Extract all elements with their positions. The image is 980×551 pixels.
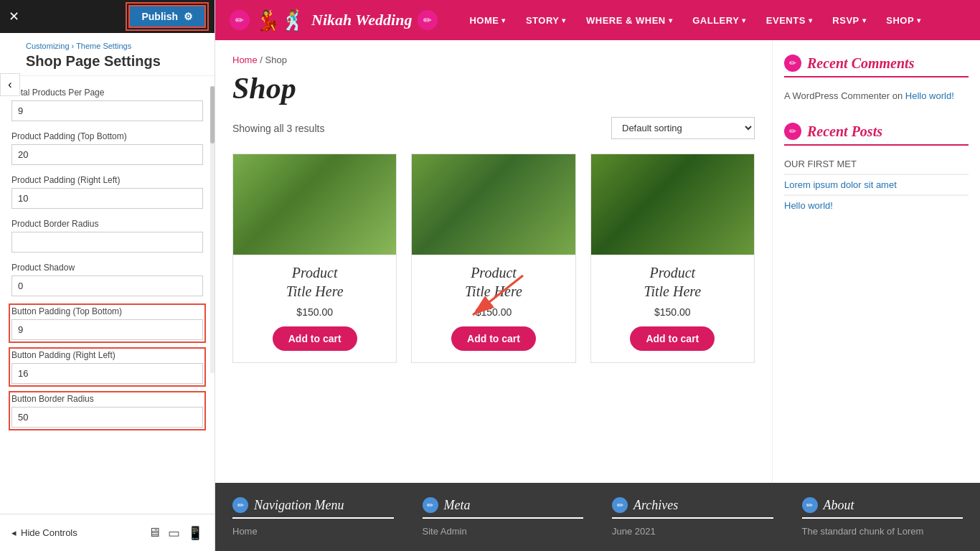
breadcrumb: Customizing › Theme Settings: [26, 42, 203, 50]
field-input-0[interactable]: [11, 100, 203, 121]
footer-divider-1: [423, 517, 584, 519]
footer-link-0-0[interactable]: Home: [232, 526, 394, 537]
sidebar-pencil-posts-icon[interactable]: ✏: [784, 123, 801, 140]
desktop-icon[interactable]: 🖥: [148, 525, 161, 541]
recent-posts-header: ✏ Recent Posts: [784, 123, 969, 140]
product-img-2: [591, 154, 754, 255]
footer-col-1: ✏ Meta Site Admin: [423, 497, 584, 540]
footer-link-2-0[interactable]: June 2021: [612, 526, 773, 537]
nav-label-0: HOME: [469, 15, 499, 26]
nav-item-home[interactable]: HOME▾: [459, 0, 516, 40]
breadcrumb-customizing: Customizing: [26, 42, 70, 50]
shop-heading: Shop: [232, 71, 755, 105]
nav-logo-pencil-icon[interactable]: ✏: [230, 10, 250, 30]
nav-item-rsvp[interactable]: RSVP▾: [822, 0, 876, 40]
close-button[interactable]: ✕: [9, 9, 19, 24]
footer-col-header-2: ✏ Archives: [612, 497, 773, 513]
nav-arrow-0: ▾: [501, 17, 506, 24]
back-button[interactable]: ‹: [0, 73, 20, 96]
nav-label-4: EVENTS: [766, 15, 806, 26]
products-grid: ProductTitle Here $150.00 Add to cart Pr…: [232, 154, 755, 363]
nav-item-where-&-when[interactable]: WHERE & WHEN▾: [576, 0, 682, 40]
nav-label-5: RSVP: [832, 15, 859, 26]
field-group-6: Button Padding (Right Left): [11, 350, 203, 384]
footer-col-header-3: ✏ About: [802, 497, 963, 513]
add-to-cart-btn-0[interactable]: Add to cart: [273, 326, 357, 351]
sidebar-comments-divider: [784, 76, 969, 77]
field-input-1[interactable]: [11, 144, 203, 165]
footer: ✏ Navigation Menu Home ✏ Meta Site Admin…: [215, 483, 980, 551]
add-to-cart-btn-1[interactable]: Add to cart: [451, 326, 536, 351]
nav-label-2: WHERE & WHEN: [586, 15, 666, 26]
field-group-0: Total Products Per Page: [11, 88, 203, 121]
field-group-2: Product Padding (Right Left): [11, 175, 203, 209]
field-label-5: Button Padding (Top Bottom): [11, 306, 203, 316]
tablet-icon[interactable]: ▭: [168, 525, 180, 541]
field-label-0: Total Products Per Page: [11, 88, 203, 98]
shop-toolbar: Showing all 3 results Default sorting So…: [232, 117, 755, 139]
hide-controls-button[interactable]: ◂ Hide Controls: [11, 527, 77, 538]
nav-item-story[interactable]: STORY▾: [516, 0, 576, 40]
field-input-5[interactable]: [11, 319, 203, 340]
footer-pencil-icon-0[interactable]: ✏: [232, 497, 248, 513]
nav-arrow-6: ▾: [917, 17, 921, 24]
footer-pencil-icon-1[interactable]: ✏: [423, 497, 438, 513]
field-input-2[interactable]: [11, 188, 203, 209]
field-input-4[interactable]: [11, 276, 203, 296]
sidebar-post-link-1[interactable]: OUR FIRST MET: [784, 154, 969, 174]
footer-pencil-icon-2[interactable]: ✏: [612, 497, 628, 513]
sidebar-recent-comments: ✏ Recent Comments A WordPress Commenter …: [784, 55, 969, 105]
product-card-1: ProductTitle Here $150.00 Add to cart: [411, 154, 575, 363]
shop-breadcrumb-home[interactable]: Home: [232, 55, 258, 65]
nav-arrow-3: ▾: [742, 17, 746, 24]
product-title-0: ProductTitle Here: [233, 263, 396, 301]
recent-comments-title: Recent Comments: [807, 55, 914, 72]
right-content: ✏ 💃🕺 Nikah Wedding ✏ HOME▾STORY▾WHERE & …: [215, 0, 980, 551]
nav-item-events[interactable]: EVENTS▾: [756, 0, 823, 40]
nav-item-gallery[interactable]: GALLERY▾: [682, 0, 756, 40]
sidebar-pencil-comments-icon[interactable]: ✏: [784, 55, 801, 72]
nav-arrow-2: ▾: [669, 17, 673, 24]
footer-title-3: About: [824, 498, 854, 513]
product-img-1: [412, 154, 575, 255]
sidebar-recent-posts: ✏ Recent Posts OUR FIRST MET Lorem ipsum…: [784, 123, 969, 215]
footer-pencil-icon-3[interactable]: ✏: [802, 497, 818, 513]
nav-arrow-5: ▾: [862, 17, 867, 24]
product-title-2: ProductTitle Here: [591, 263, 754, 301]
sidebar-post-link-3[interactable]: Hello world!: [784, 196, 969, 215]
footer-divider-0: [232, 517, 394, 519]
field-group-3: Product Border Radius: [11, 219, 203, 253]
product-price-2: $150.00: [591, 306, 754, 318]
sidebar-post-link-2[interactable]: Lorem ipsum dolor sit amet: [784, 175, 969, 195]
footer-col-header-0: ✏ Navigation Menu: [232, 497, 394, 513]
sort-select[interactable]: Default sorting Sort by popularity Sort …: [611, 117, 755, 139]
publish-button[interactable]: Publish ⚙: [128, 5, 206, 28]
product-price-0: $150.00: [233, 306, 396, 318]
product-card-0: ProductTitle Here $150.00 Add to cart: [232, 154, 397, 363]
footer-title-2: Archives: [633, 498, 678, 513]
footer-link-1-0[interactable]: Site Admin: [423, 526, 584, 537]
nav-arrow-4: ▾: [809, 17, 813, 24]
footer-title-0: Navigation Menu: [254, 498, 344, 513]
add-to-cart-btn-2[interactable]: Add to cart: [630, 326, 715, 351]
left-panel: ✕ Publish ⚙ ‹ Customizing › Theme Settin…: [0, 0, 215, 551]
shop-breadcrumb-sep: /: [260, 55, 263, 65]
field-input-7[interactable]: [11, 407, 203, 428]
field-group-7: Button Border Radius: [11, 394, 203, 428]
nav-logo-pencil2-icon[interactable]: ✏: [418, 10, 438, 30]
right-sidebar: ✏ Recent Comments A WordPress Commenter …: [772, 40, 980, 483]
footer-link-3-0[interactable]: The standard chunk of Lorem: [802, 526, 963, 537]
hide-controls-label: Hide Controls: [21, 527, 77, 538]
field-label-7: Button Border Radius: [11, 394, 203, 404]
bottom-bar: ◂ Hide Controls 🖥 ▭ 📱: [0, 514, 215, 551]
page-title-left: Shop Page Settings: [26, 53, 203, 70]
field-group-5: Button Padding (Top Bottom): [11, 306, 203, 340]
mobile-icon[interactable]: 📱: [187, 525, 203, 541]
sidebar-comment-link-1[interactable]: A WordPress Commenter on Hello world!: [784, 86, 969, 105]
scrollbar[interactable]: [210, 86, 215, 373]
field-group-1: Product Padding (Top Bottom): [11, 131, 203, 165]
nav-logo-area: ✏ 💃🕺 Nikah Wedding ✏: [230, 9, 438, 32]
nav-item-shop[interactable]: SHOP▾: [876, 0, 930, 40]
field-input-6[interactable]: [11, 363, 203, 384]
field-input-3[interactable]: [11, 232, 203, 253]
